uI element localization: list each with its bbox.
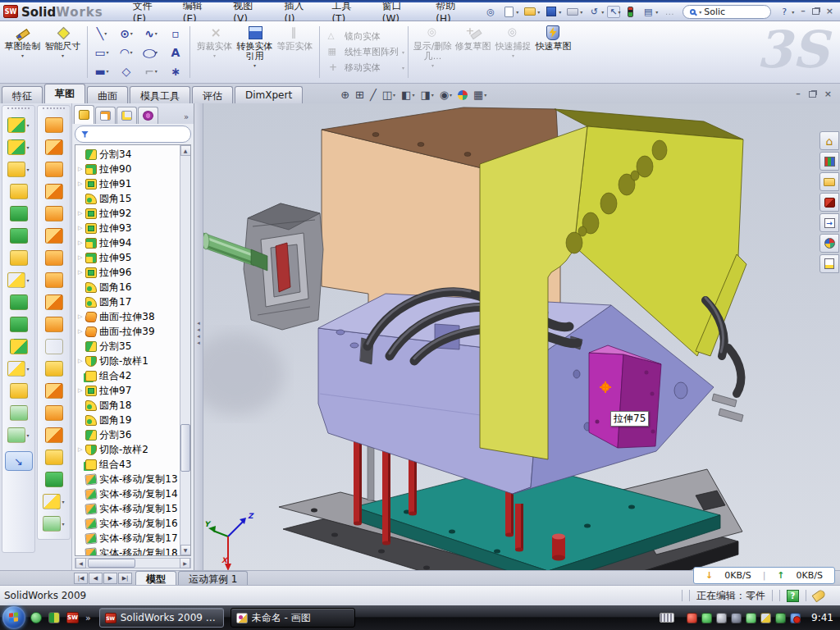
scroll-left-button[interactable]: ◀ [75, 558, 86, 568]
toolbar-button[interactable]: 修复草图 ▾ [453, 23, 493, 81]
feature-tree-item[interactable]: ▷ 圆角19 [75, 413, 180, 427]
toolbar-button[interactable]: 显示/删除几... ▾ [413, 23, 453, 81]
expand-arrow-icon[interactable]: ▷ [78, 328, 84, 335]
commandmanager-tab[interactable]: 特征 [2, 86, 43, 103]
dropdown-caret[interactable]: ▾ [21, 52, 24, 58]
tray-update-icon[interactable] [716, 613, 727, 623]
surface-tool-button[interactable]: ▾ [38, 380, 70, 402]
feature-tool-button[interactable]: ▾ [2, 203, 34, 225]
dropdown-caret[interactable]: ▾ [213, 52, 216, 58]
feature-tree-item[interactable]: ▷ 拉伸96 [75, 265, 180, 280]
feature-tool-button[interactable]: ▾ [2, 269, 34, 291]
dropdown-caret[interactable]: ▾ [450, 92, 452, 98]
expand-arrow-icon[interactable]: ▷ [78, 387, 84, 394]
surface-tool-button[interactable]: ▾ [38, 203, 70, 225]
help-button[interactable]: ?▾ [776, 5, 796, 19]
feature-tree-item[interactable]: ▷ 实体-移动/复制17 [75, 531, 180, 546]
dropdown-caret[interactable]: ▾ [580, 9, 582, 15]
featuremanager-tab[interactable] [138, 107, 158, 124]
open-button[interactable]: ▾ [522, 5, 541, 19]
tree-filter-input[interactable] [75, 126, 191, 143]
toolbar-grip[interactable] [7, 107, 30, 112]
tray-utility-icon[interactable] [746, 613, 756, 623]
new-document-button[interactable]: ▾ [500, 5, 520, 19]
panel-splitter[interactable]: ◂◂◂◂ [194, 103, 203, 570]
feature-tool-button[interactable]: ▾ [2, 402, 34, 424]
feature-tree-item[interactable]: ▷ 实体-移动/复制18 [75, 546, 180, 556]
network-warning-icon[interactable] [760, 613, 771, 623]
sketch-entity-button[interactable]: ╲ ▾ [89, 24, 114, 43]
scroll-up-button[interactable]: ▲ [180, 145, 191, 156]
view-tool-button[interactable]: ◧ ▾ [401, 89, 414, 101]
close-button[interactable]: × [826, 6, 833, 16]
messenger-icon[interactable] [30, 612, 42, 623]
dropdown-caret[interactable]: ▾ [155, 30, 158, 36]
commandmanager-tab[interactable]: 曲面 [87, 86, 128, 103]
surface-tool-button[interactable]: ▾ [38, 247, 70, 269]
commandmanager-tab[interactable]: 模具工具 [130, 86, 190, 103]
tray-antivirus-icon[interactable] [701, 613, 712, 623]
feature-tree-item[interactable]: ▷ 分割35 [75, 339, 180, 354]
commandmanager-tab[interactable]: 草图 [44, 84, 85, 103]
feature-tree-item[interactable]: ▷ 实体-移动/复制15 [75, 501, 180, 516]
sketch-entity-button[interactable]: ∿ ▾ [139, 24, 163, 43]
sketch-entity-button[interactable]: ▫ ▾ [163, 24, 188, 43]
feature-tool-button[interactable]: ▾ [2, 424, 34, 446]
scrollbar-thumb[interactable] [180, 424, 190, 472]
feature-tree-item[interactable]: ▷ 拉伸94 [75, 235, 180, 250]
feature-tree-item[interactable]: ▷ 拉伸95 [75, 250, 180, 265]
dropdown-caret[interactable]: ▾ [601, 9, 604, 15]
feature-tree-item[interactable]: ▷ 实体-移动/复制13 [75, 472, 180, 486]
dropdown-caret[interactable]: ▾ [484, 92, 486, 98]
toolbar-button[interactable]: 快速捕捉 ▾ [493, 23, 533, 81]
select-button[interactable]: ↖▾ [607, 6, 620, 18]
start-button[interactable] [2, 606, 25, 629]
tree-vertical-scrollbar[interactable]: ▲ ▼ [180, 145, 190, 555]
task-pane-tab[interactable]: → [819, 213, 839, 232]
save-button[interactable]: ▾ [543, 5, 563, 19]
dropdown-caret[interactable]: ▾ [393, 92, 395, 98]
doc-close-button[interactable]: × [824, 89, 832, 99]
quick-tips-icon[interactable]: ? [787, 590, 799, 602]
surface-tool-button[interactable]: ▾ [38, 446, 70, 468]
sketch-entity-button[interactable]: ○ ▾ [139, 43, 163, 62]
toolbar-button[interactable]: 转换实体引用 ▾ [235, 23, 275, 81]
document-tab[interactable]: 运动算例 1 [178, 571, 248, 585]
toolbar-button[interactable]: 草图绘制 ▾ [2, 23, 43, 81]
feature-tool-button[interactable]: ▾ [2, 247, 34, 269]
toolbar-button[interactable]: 等距实体 ▾ [275, 23, 315, 81]
feature-tree-item[interactable]: ▷ 拉伸90 [75, 162, 180, 176]
dropdown-caret[interactable]: ▾ [512, 52, 514, 58]
taskbar-clock[interactable]: 9:41 [811, 612, 833, 623]
view-tool-button[interactable]: ◉ ▾ [440, 89, 452, 101]
tray-shield-icon[interactable] [775, 613, 786, 623]
feature-tool-button[interactable]: ▾ [2, 114, 34, 136]
rebuild-button[interactable] [622, 5, 638, 19]
featuremanager-tab[interactable] [74, 105, 94, 124]
feature-tool-button[interactable]: ▾ [2, 380, 34, 402]
scroll-right-button[interactable]: ▶ [180, 558, 190, 568]
options-button[interactable]: ▤▾ [640, 5, 660, 19]
dropdown-caret[interactable]: ▾ [107, 68, 109, 74]
dropdown-caret[interactable]: ▾ [155, 68, 158, 74]
feature-tree-item[interactable]: ▷ 组合42 [75, 368, 180, 383]
scrollbar-thumb[interactable] [88, 559, 135, 568]
sketch-entity-button[interactable]: ⊙ ▾ [114, 24, 139, 43]
sketch-entity-button[interactable]: A ▾ [163, 43, 188, 62]
feature-tool-button[interactable]: ▾ [2, 336, 34, 358]
expand-arrow-icon[interactable]: ▷ [78, 254, 84, 261]
surface-tool-button[interactable]: ▾ [38, 491, 70, 513]
sketch-entity-button[interactable]: ▭ ▾ [89, 43, 114, 62]
expand-arrow-icon[interactable]: ▷ [78, 240, 84, 246]
toolbar-grip[interactable] [43, 107, 65, 112]
tag-icon[interactable] [811, 589, 826, 603]
pin-toolbar-button[interactable]: ◎ [482, 5, 499, 19]
print-button[interactable]: ▾ [564, 5, 584, 19]
surface-tool-button[interactable]: ▾ [38, 402, 70, 424]
view-tool-button[interactable]: ● ▾ [458, 90, 468, 100]
cavity-block-part[interactable] [244, 203, 323, 330]
sketch-entity-button[interactable]: ∗ ▾ [163, 62, 188, 80]
doc-minimize-button[interactable]: – [796, 89, 801, 99]
view-tool-button[interactable]: ◨ ▾ [420, 89, 433, 101]
keyboard-layout-icon[interactable] [660, 613, 674, 623]
